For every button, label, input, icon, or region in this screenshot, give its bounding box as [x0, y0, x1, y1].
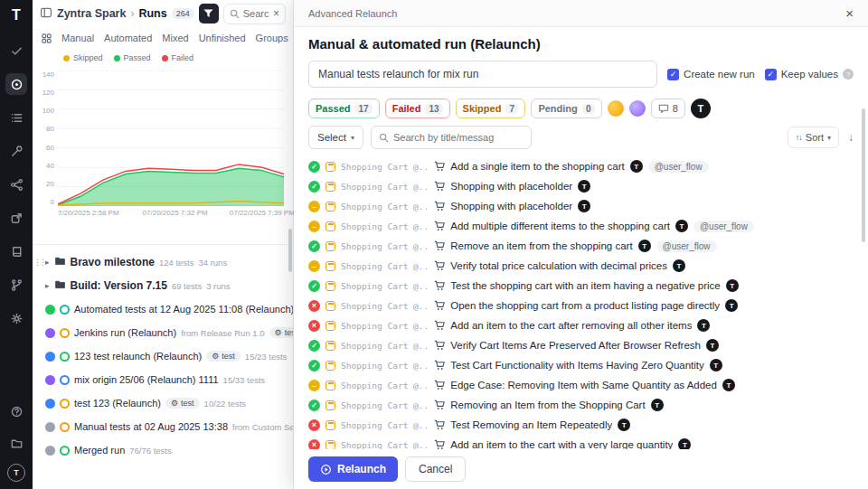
app-logo[interactable]: T [12, 6, 21, 24]
test-row[interactable]: Shopping Cart @.. Test the shopping cart… [308, 276, 854, 296]
run-row[interactable]: ▸ 123 test relaunch (Relaunch) ⚙test 15/… [33, 344, 293, 368]
profile-avatar[interactable]: T [7, 464, 25, 482]
test-row[interactable]: Shopping Cart @.. Open the shopping cart… [308, 296, 854, 315]
create-new-run-checkbox[interactable]: Create new run [667, 69, 755, 80]
run-origin: from Custom Selection [232, 422, 293, 432]
modal-search-input[interactable] [393, 132, 524, 143]
wrench-icon[interactable] [5, 140, 27, 162]
test-row[interactable]: Shopping Cart @.. Add multiple different… [308, 216, 854, 236]
status-filter-chip[interactable]: Failed 13 [385, 99, 450, 118]
run-row[interactable]: ▸ Automated tests at 12 Aug 2025 11:08 (… [33, 297, 293, 321]
run-row[interactable]: ⋮⋮ ▸ Bravo milestone 124 tests 34 runs [33, 250, 293, 274]
test-status-icon [308, 300, 320, 312]
run-row[interactable]: ▸ Merged run 76/76 tests [33, 438, 293, 462]
search-icon [379, 133, 389, 143]
run-row[interactable]: ▸ mix origin 25/06 (Relaunch) 1111 15/33… [33, 368, 293, 391]
comments-filter-chip[interactable]: 8 [651, 99, 685, 118]
test-suite-prefix: Shopping Cart @.. [341, 301, 429, 311]
left-panel-scrollbar[interactable] [288, 229, 292, 272]
test-row[interactable]: Shopping Cart @.. Shopping with placehol… [308, 196, 854, 216]
cart-emoji-icon [434, 280, 445, 291]
clear-search-icon[interactable]: × [273, 7, 279, 20]
y-tick-label: 20 [46, 180, 54, 188]
assignee-avatar: T [722, 379, 735, 391]
run-title: Bravo milestone [71, 256, 155, 268]
assignee-filter-avatar[interactable]: T [691, 99, 711, 118]
test-row[interactable]: Shopping Cart @.. Test Removing an Item … [308, 415, 854, 435]
test-title: Verify Cart Items Are Preserved After Br… [450, 340, 701, 351]
status-filter-chip[interactable]: Passed 17 [308, 99, 380, 118]
test-tag[interactable]: @user_flow [656, 240, 717, 252]
sidebar-toggle-icon[interactable] [40, 6, 52, 22]
run-meta: 124 tests [159, 258, 194, 268]
advanced-relaunch-modal: Advanced Relaunch × Manual & automated r… [294, 0, 868, 489]
filter-button[interactable] [199, 4, 219, 24]
descending-arrow-icon[interactable]: ↓ [848, 131, 854, 144]
checks-icon[interactable] [5, 40, 27, 61]
emoji-filter-icon-1[interactable] [608, 100, 624, 117]
chevron-right-icon[interactable]: ▸ [45, 258, 50, 267]
modal-search[interactable] [371, 126, 532, 149]
test-tag[interactable]: @user_flow [693, 221, 754, 232]
assignee-avatar: T [578, 180, 590, 193]
automated-test-icon [326, 381, 335, 390]
info-icon[interactable]: ? [843, 69, 854, 80]
run-row[interactable]: ▸ test 123 (Relaunch) ⚙test 10/22 tests [33, 391, 293, 415]
chevron-right-icon[interactable]: ▸ [45, 281, 50, 290]
status-filter-row: Passed 17 Failed 13 Skipped 7 [308, 99, 854, 118]
test-list-icon[interactable] [5, 107, 27, 128]
runs-tab[interactable]: Automated [104, 33, 152, 43]
runs-tab[interactable]: Manual [61, 33, 94, 43]
run-name-input[interactable] [308, 61, 657, 88]
test-tag[interactable]: @user_flow [648, 161, 709, 173]
book-icon[interactable] [5, 240, 27, 262]
relaunch-button[interactable]: Relaunch [308, 456, 398, 482]
run-row[interactable]: ▸ Build: Version 7.15 69 tests 3 runs [33, 274, 293, 297]
help-icon[interactable] [5, 400, 27, 422]
test-row[interactable]: Shopping Cart @.. Test Cart Functionalit… [308, 355, 854, 375]
test-row[interactable]: Shopping Cart @.. Edge Case: Removing It… [308, 375, 854, 395]
runs-search-input[interactable]: Search [C × [223, 4, 286, 24]
test-row[interactable]: Shopping Cart @.. Remove an item from th… [308, 236, 854, 256]
status-filter-chip[interactable]: Skipped 7 [456, 99, 526, 118]
settings-gear-icon[interactable] [5, 307, 27, 329]
assignee-avatar: T [706, 339, 719, 352]
runs-icon[interactable] [5, 73, 27, 95]
runs-tab[interactable]: Groups [256, 33, 288, 43]
test-row[interactable]: Shopping Cart @.. Verify Cart Items Are … [308, 335, 854, 355]
branch-icon[interactable] [5, 274, 27, 296]
runs-tab[interactable]: Mixed [162, 33, 188, 43]
close-icon[interactable]: × [845, 6, 854, 20]
select-dropdown[interactable]: Select ▾ [308, 126, 363, 149]
test-row[interactable]: Shopping Cart @.. Removing an Item from … [308, 395, 854, 415]
cancel-button[interactable]: Cancel [405, 456, 466, 482]
docs-folder-icon[interactable] [5, 432, 27, 454]
drag-handle-icon[interactable]: ⋮⋮ [33, 258, 44, 267]
breadcrumb-app[interactable]: Zyntra Spark [57, 7, 126, 20]
status-filter-chip[interactable]: Pending 0 [531, 99, 601, 118]
export-icon[interactable] [5, 207, 27, 229]
cart-emoji-icon [434, 260, 445, 271]
sort-button[interactable]: ↑↓ Sort ▾ [788, 127, 839, 148]
run-title: Build: Version 7.15 [71, 279, 167, 292]
test-title: Edge Case: Removing Item with Same Quant… [450, 380, 717, 390]
test-row[interactable]: Shopping Cart @.. Shopping with placehol… [308, 176, 854, 196]
test-row[interactable]: Shopping Cart @.. Verify total price cal… [308, 256, 854, 276]
keep-values-checkbox[interactable]: Keep values ? [765, 69, 854, 80]
share-icon[interactable] [5, 174, 27, 195]
run-meta: 69 tests [172, 281, 202, 291]
test-row[interactable]: Shopping Cart @.. Add an item to the car… [308, 315, 854, 335]
automated-test-icon [326, 361, 335, 371]
icon-rail: T T [0, 0, 33, 489]
run-row[interactable]: ▸ Jenkins run (Relaunch) from Release Ru… [33, 321, 293, 344]
run-row[interactable]: ▸ Manual tests at 02 Aug 2025 13:38 from… [33, 415, 293, 438]
test-row[interactable]: Shopping Cart @.. Add a single item to t… [308, 156, 854, 176]
test-row[interactable]: Shopping Cart @.. Add an item to the car… [308, 435, 854, 449]
runs-tab[interactable]: Unfinished [199, 33, 246, 43]
cart-emoji-icon [434, 360, 445, 371]
test-title: Add an item to the cart after removing a… [450, 320, 692, 331]
x-tick-label: 07/20/2025 7:32 PM [143, 209, 208, 217]
emoji-filter-icon-2[interactable] [629, 100, 646, 117]
chip-count: 7 [505, 104, 518, 114]
modal-scrollbar[interactable] [862, 108, 865, 242]
